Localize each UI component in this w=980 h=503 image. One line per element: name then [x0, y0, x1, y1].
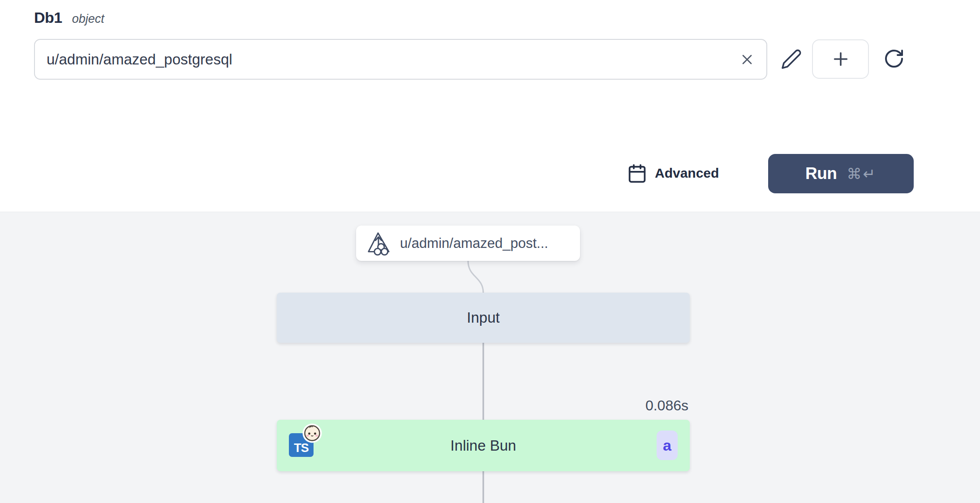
- node-id-badge: a: [657, 431, 678, 460]
- advanced-label: Advanced: [655, 166, 719, 181]
- resource-schema-icon: [365, 231, 391, 256]
- calendar-icon: [627, 163, 647, 183]
- input-node[interactable]: Input: [277, 293, 690, 343]
- duration-label: 0.086s: [645, 397, 688, 414]
- inline-bun-node[interactable]: TS Inline Bun a: [277, 420, 690, 471]
- flow-test-panel: Db1 object: [0, 0, 980, 503]
- edit-resource-button[interactable]: [777, 45, 806, 73]
- cmd-enter-shortcut: ⌘↵: [847, 165, 877, 183]
- field-name: Db1: [34, 9, 62, 26]
- flow-graph-canvas[interactable]: u/admin/amazed_post... Input 0.086s TS: [0, 212, 980, 503]
- input-node-label: Input: [467, 309, 499, 326]
- run-button[interactable]: Run ⌘↵: [768, 154, 914, 193]
- advanced-button[interactable]: Advanced: [627, 159, 719, 187]
- bun-node-label: Inline Bun: [451, 437, 516, 454]
- run-label: Run: [805, 164, 837, 183]
- add-resource-button[interactable]: [812, 39, 869, 79]
- resource-node[interactable]: u/admin/amazed_post...: [356, 226, 580, 261]
- resource-node-label: u/admin/amazed_post...: [400, 235, 548, 252]
- refresh-resource-button[interactable]: [880, 45, 908, 72]
- resource-input-wrapper: [34, 39, 767, 80]
- language-icon-group: TS: [289, 433, 326, 465]
- field-type: object: [72, 12, 104, 26]
- pencil-icon: [781, 48, 802, 70]
- clear-input-button[interactable]: [731, 44, 763, 75]
- bun-logo-icon: [302, 423, 322, 443]
- field-label-row: Db1 object: [34, 9, 104, 26]
- refresh-icon: [883, 48, 905, 69]
- resource-path-input[interactable]: [35, 40, 731, 79]
- close-icon: [739, 51, 755, 68]
- header: Db1 object: [0, 0, 980, 212]
- plus-icon: [830, 49, 851, 69]
